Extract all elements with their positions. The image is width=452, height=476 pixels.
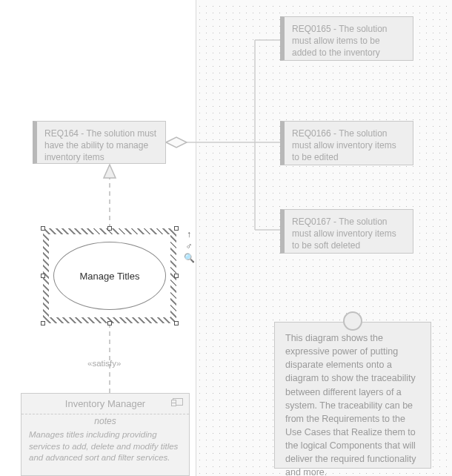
- requirement-req0166[interactable]: REQ0166 - The solution must allow invent…: [280, 121, 413, 165]
- requirement-req164[interactable]: REQ164 - The solution must have the abil…: [33, 121, 166, 164]
- diagram-note[interactable]: This diagram shows the expressive power …: [274, 322, 431, 469]
- resize-handle-ne[interactable]: [174, 226, 179, 231]
- component-notes: Manages titles including providing servi…: [21, 426, 189, 470]
- component-inventory-manager[interactable]: Inventory Manager notes Manages titles i…: [21, 393, 190, 476]
- requirement-text: REQ164 - The solution must have the abil…: [44, 128, 156, 162]
- arrow-up-icon[interactable]: ↑: [182, 228, 196, 240]
- resize-handle-sw[interactable]: [41, 321, 45, 325]
- requirement-req0165[interactable]: REQ0165 - The solution must allow items …: [280, 16, 413, 61]
- resize-handle-w[interactable]: [41, 274, 45, 278]
- zoom-icon[interactable]: 🔍: [182, 252, 196, 264]
- resize-handle-se[interactable]: [174, 321, 179, 325]
- component-notes-label: notes: [21, 414, 189, 426]
- usecase-ellipse[interactable]: Manage Titles: [53, 242, 166, 310]
- note-text: This diagram shows the expressive power …: [285, 333, 416, 476]
- requirement-text: REQ0167 - The solution must allow invent…: [292, 216, 396, 251]
- component-name: Inventory Manager: [65, 398, 145, 409]
- usecase-manage-titles[interactable]: Manage Titles ↑ ♂ 🔍: [43, 228, 176, 323]
- usecase-label: Manage Titles: [80, 271, 140, 282]
- quicklink-icon[interactable]: ♂: [182, 240, 196, 252]
- component-header: Inventory Manager: [21, 394, 189, 414]
- requirement-text: REQ0165 - The solution must allow items …: [292, 24, 388, 58]
- resize-handle-s[interactable]: [107, 321, 112, 325]
- requirement-text: REQ0166 - The solution must allow invent…: [292, 128, 396, 162]
- requirement-req0167[interactable]: REQ0167 - The solution must allow invent…: [280, 209, 413, 254]
- resize-handle-nw[interactable]: [41, 226, 45, 231]
- component-icon: [173, 398, 183, 406]
- resize-handle-n[interactable]: [107, 226, 112, 231]
- relationship-stereotype: «satisfy»: [87, 359, 121, 368]
- note-pin-icon: [343, 311, 362, 331]
- resize-handle-e[interactable]: [174, 274, 179, 278]
